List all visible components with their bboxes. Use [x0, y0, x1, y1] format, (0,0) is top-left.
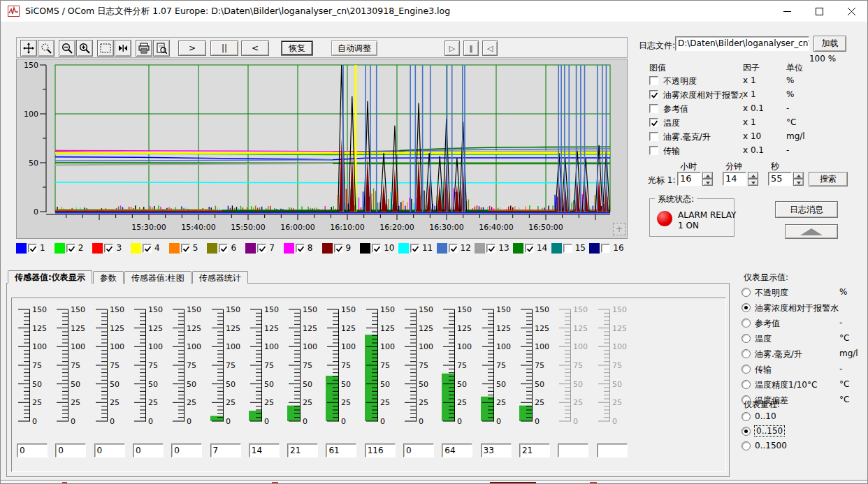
display-option-radio[interactable] [742, 303, 751, 312]
tab-2[interactable]: 参数 [93, 271, 124, 284]
sensor-checkbox[interactable] [28, 244, 37, 253]
sensor-checkbox[interactable] [410, 244, 419, 253]
display-option-radio[interactable] [742, 318, 751, 328]
svg-text:150: 150 [187, 305, 201, 314]
gauge-value-box[interactable]: 0 [133, 443, 164, 457]
range-option-radio[interactable] [742, 441, 751, 450]
gauge-value-box[interactable]: 0 [403, 443, 434, 457]
value-checkbox[interactable] [649, 118, 658, 127]
sensor-checkbox[interactable] [372, 244, 381, 253]
svg-text:25: 25 [573, 398, 583, 407]
sensor-checkbox[interactable] [334, 244, 343, 253]
seconds-up-button[interactable] [793, 172, 804, 179]
step-forward-button[interactable]: ▷ [444, 41, 460, 56]
pause-button[interactable]: || [210, 41, 238, 56]
display-option-radio[interactable] [742, 334, 751, 343]
zoom-out-button[interactable] [59, 40, 75, 57]
zoom-in-button[interactable] [76, 40, 93, 57]
gauge-value-box[interactable]: 14 [249, 443, 280, 457]
gauge-value-box[interactable]: 21 [519, 443, 550, 457]
range-option-label: 0..150 [755, 426, 784, 436]
svg-text:0: 0 [34, 207, 38, 217]
load-button[interactable]: 加载 [813, 36, 846, 52]
minutes-down-button[interactable] [748, 179, 758, 186]
collapse-panel-button[interactable] [785, 224, 838, 239]
step-pause-button[interactable]: ‖ [463, 41, 479, 56]
minutes-input[interactable]: 14 [723, 172, 746, 186]
tab-3[interactable]: 传感器值:柱图 [124, 271, 191, 284]
print-button[interactable] [136, 40, 152, 57]
gauge-value-box[interactable] [597, 443, 628, 457]
value-checkbox[interactable] [649, 146, 658, 155]
restore-button[interactable]: 恢复 [281, 41, 313, 56]
tab-4[interactable]: 传感器统计 [192, 271, 248, 284]
value-checkbox[interactable] [649, 104, 658, 113]
chart-plot[interactable]: 05010015015:30:0015:40:0015:50:0016:00:0… [17, 59, 628, 240]
display-option-radio[interactable] [742, 349, 751, 358]
hours-down-button[interactable] [702, 179, 713, 186]
sensor-checkbox[interactable] [486, 244, 496, 253]
sensor-checkbox[interactable] [143, 244, 152, 253]
sensor-legend-item: 10 [360, 242, 398, 254]
range-option-radio[interactable] [742, 412, 751, 421]
seconds-down-button[interactable] [793, 179, 804, 186]
minimize-button[interactable] [771, 1, 803, 22]
sensor-checkbox[interactable] [563, 244, 572, 253]
sensor-checkbox[interactable] [601, 244, 610, 253]
sensor-color-swatch [360, 243, 370, 254]
expand-handle[interactable]: + [613, 223, 625, 235]
gauge-value-box[interactable]: 61 [326, 443, 356, 457]
tab-1[interactable]: 传感器值:仪表显示 [8, 270, 92, 284]
sensor-checkbox[interactable] [449, 244, 458, 253]
play-forward-button[interactable]: > [178, 41, 206, 56]
step-back-button[interactable]: ◁ [482, 41, 498, 56]
sensor-checkbox[interactable] [104, 244, 113, 253]
log-messages-button[interactable]: 日志消息 [775, 201, 838, 218]
gauge: 02550751001251507 [210, 305, 246, 473]
hours-input[interactable]: 16 [677, 172, 701, 186]
search-button[interactable]: 搜索 [809, 172, 848, 186]
gauge-value-box[interactable]: 0 [94, 443, 125, 457]
log-file-input[interactable]: D:\Daten\Bilder\loganalyser_cn\20130918_… [675, 36, 809, 51]
sensor-checkbox[interactable] [525, 244, 534, 253]
collapse-button[interactable] [115, 40, 131, 57]
zoom-select-button[interactable] [38, 40, 55, 57]
display-option-radio[interactable] [742, 288, 751, 297]
pan-crosshair-button[interactable] [20, 40, 37, 57]
gauge-value-box[interactable]: 0 [171, 443, 202, 457]
print-preview-button[interactable] [153, 40, 170, 57]
value-checkbox[interactable] [649, 90, 658, 99]
minutes-up-button[interactable] [748, 172, 758, 179]
sensor-checkbox[interactable] [296, 244, 305, 253]
selection-rect-button[interactable] [97, 40, 114, 57]
value-checkbox[interactable] [649, 76, 658, 85]
sensor-checkbox[interactable] [181, 244, 190, 253]
value-checkbox[interactable] [649, 132, 658, 141]
value-factor: x 1 [743, 89, 756, 99]
gauge-value-box[interactable]: 21 [287, 443, 318, 457]
seconds-input[interactable]: 55 [768, 172, 792, 186]
close-button[interactable] [835, 1, 867, 22]
display-option-radio[interactable] [742, 365, 751, 374]
range-option-radio[interactable] [742, 427, 751, 436]
svg-text:16:00:00: 16:00:00 [280, 223, 314, 232]
gauge-value-box[interactable]: 0 [55, 443, 86, 457]
auto-adjust-button[interactable]: 自动调整 [331, 41, 377, 56]
display-option-radio[interactable] [742, 380, 751, 389]
svg-text:100: 100 [264, 342, 279, 351]
gauge-value-box[interactable]: 7 [210, 443, 241, 457]
gauge-value-box[interactable]: 64 [442, 443, 472, 457]
hours-up-button[interactable] [702, 172, 713, 179]
sensor-checkbox[interactable] [66, 244, 75, 253]
svg-text:125: 125 [341, 324, 356, 333]
maximize-button[interactable] [803, 1, 835, 22]
gauge-value-box[interactable] [558, 443, 588, 457]
sensor-checkbox[interactable] [219, 244, 228, 253]
gauge-value-box[interactable]: 33 [481, 443, 512, 457]
gauge-value-box[interactable]: 0 [17, 443, 48, 457]
range-option-label: 0..1500 [755, 441, 839, 450]
gauge-value-box[interactable]: 116 [365, 443, 396, 457]
svg-text:75: 75 [32, 361, 42, 370]
sensor-checkbox[interactable] [257, 244, 266, 253]
play-back-button[interactable]: < [241, 41, 269, 56]
